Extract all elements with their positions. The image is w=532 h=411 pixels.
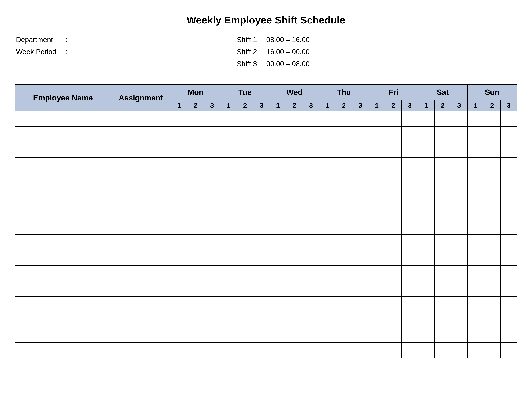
cell-shift	[204, 188, 220, 204]
table-row	[15, 312, 517, 327]
cell-shift	[467, 188, 484, 204]
cell-shift	[418, 296, 435, 312]
cell-shift	[187, 281, 204, 296]
cell-shift	[352, 219, 369, 235]
cell-shift	[501, 173, 517, 188]
cell-shift	[270, 265, 286, 281]
header-shift-number: 3	[501, 100, 517, 111]
cell-shift	[286, 235, 303, 250]
cell-employee-name	[15, 265, 111, 281]
cell-shift	[286, 343, 303, 358]
cell-shift	[451, 219, 467, 235]
cell-shift	[270, 127, 286, 142]
cell-shift	[237, 219, 253, 235]
cell-shift	[270, 296, 286, 312]
cell-shift	[369, 127, 385, 142]
table-row	[15, 188, 517, 204]
cell-shift	[467, 204, 484, 219]
cell-shift	[270, 343, 286, 358]
cell-shift	[270, 173, 286, 188]
cell-shift	[401, 281, 418, 296]
cell-shift	[237, 281, 253, 296]
header-shift-number: 1	[171, 100, 187, 111]
cell-shift	[385, 312, 401, 327]
cell-shift	[253, 142, 270, 157]
cell-shift	[204, 173, 220, 188]
cell-shift	[484, 219, 500, 235]
cell-shift	[220, 312, 237, 327]
cell-shift	[171, 281, 187, 296]
cell-shift	[253, 281, 270, 296]
cell-employee-name	[15, 127, 111, 142]
cell-shift	[253, 188, 270, 204]
header-shift-number: 1	[220, 100, 237, 111]
cell-shift	[270, 204, 286, 219]
cell-shift	[401, 188, 418, 204]
cell-shift	[336, 142, 352, 157]
cell-shift	[501, 111, 517, 127]
cell-shift	[270, 281, 286, 296]
cell-shift	[237, 265, 253, 281]
shift-label: Shift 1	[237, 34, 262, 46]
cell-shift	[467, 250, 484, 265]
document-page: Weekly Employee Shift Schedule Departmen…	[0, 0, 532, 411]
cell-shift	[171, 127, 187, 142]
header-shift-number: 2	[385, 100, 401, 111]
cell-shift	[484, 188, 500, 204]
cell-shift	[369, 265, 385, 281]
cell-shift	[352, 173, 369, 188]
table-row	[15, 173, 517, 188]
cell-shift	[484, 312, 500, 327]
cell-shift	[171, 111, 187, 127]
cell-shift	[484, 173, 500, 188]
cell-shift	[220, 219, 237, 235]
cell-shift	[303, 312, 319, 327]
header-shift-number: 1	[369, 100, 385, 111]
cell-shift	[187, 173, 204, 188]
cell-shift	[451, 142, 467, 157]
cell-shift	[253, 219, 270, 235]
cell-shift	[435, 312, 451, 327]
cell-shift	[171, 173, 187, 188]
cell-shift	[336, 312, 352, 327]
table-row	[15, 327, 517, 343]
cell-shift	[220, 188, 237, 204]
cell-shift	[467, 312, 484, 327]
cell-shift	[418, 204, 435, 219]
cell-shift	[286, 219, 303, 235]
cell-shift	[319, 235, 335, 250]
cell-shift	[501, 296, 517, 312]
cell-shift	[369, 312, 385, 327]
meta-row-department: Department :	[16, 34, 237, 46]
header-shift-number: 2	[336, 100, 352, 111]
cell-shift	[369, 296, 385, 312]
cell-shift	[451, 173, 467, 188]
cell-shift	[270, 327, 286, 343]
shift-row-3: Shift 3 : 00.00 – 08.00	[237, 58, 310, 70]
cell-shift	[369, 204, 385, 219]
cell-shift	[451, 343, 467, 358]
cell-shift	[270, 219, 286, 235]
cell-employee-name	[15, 343, 111, 358]
cell-shift	[401, 343, 418, 358]
table-row	[15, 296, 517, 312]
cell-employee-name	[15, 250, 111, 265]
shift-time: 08.00 – 16.00	[266, 34, 310, 46]
cell-shift	[435, 111, 451, 127]
cell-shift	[352, 327, 369, 343]
cell-shift	[484, 204, 500, 219]
cell-shift	[237, 312, 253, 327]
department-label: Department	[16, 34, 66, 46]
cell-shift	[401, 157, 418, 173]
cell-shift	[369, 281, 385, 296]
cell-shift	[237, 111, 253, 127]
cell-shift	[336, 204, 352, 219]
cell-shift	[484, 250, 500, 265]
cell-shift	[385, 343, 401, 358]
header-employee-name: Employee Name	[15, 84, 111, 111]
cell-shift	[484, 296, 500, 312]
colon: :	[262, 34, 266, 46]
cell-shift	[435, 343, 451, 358]
header-day-fri: Fri	[369, 84, 418, 100]
cell-shift	[501, 250, 517, 265]
